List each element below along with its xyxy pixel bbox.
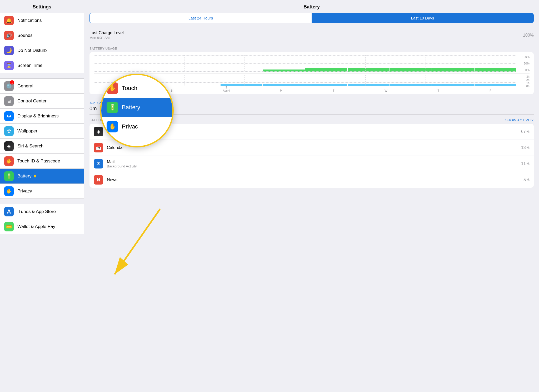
sidebar-item-label: Siri & Search bbox=[17, 143, 43, 149]
sidebar-item-touch-id-passcode[interactable]: ✋ Touch ID & Passcode bbox=[0, 154, 84, 169]
green-bar bbox=[305, 68, 347, 72]
blue-bar bbox=[305, 84, 347, 86]
mag-privacy-icon: ✋ bbox=[107, 121, 118, 132]
sidebar-separator-1 bbox=[0, 73, 84, 78]
charge-level-time: Mon 9:31 AM bbox=[89, 36, 124, 40]
sidebar-item-label: Wallet & Apple Pay bbox=[17, 224, 55, 229]
main-panel: Battery Last 24 Hours Last 10 Days Last … bbox=[84, 0, 539, 392]
green-bar bbox=[432, 68, 474, 72]
sidebar-item-control-center[interactable]: ⊞ Control Center bbox=[0, 94, 84, 109]
magnifier-content: ✋ Touch 🔋 Battery ✋ Privac bbox=[101, 75, 172, 146]
show-activity-button[interactable]: SHOW ACTIVITY bbox=[505, 118, 534, 122]
sidebar-item-display-brightness[interactable]: AA Display & Brightness bbox=[0, 109, 84, 124]
sidebar-item-label: Screen Time bbox=[17, 63, 42, 68]
siri-app-icon: ◈ bbox=[94, 127, 103, 136]
news-app-pct: 5% bbox=[523, 177, 530, 182]
seg-last-10-days[interactable]: Last 10 Days bbox=[312, 13, 533, 23]
mag-battery-icon: 🔋 bbox=[107, 102, 118, 113]
y-labels-top: 100% 50% 0% bbox=[517, 55, 530, 72]
mail-app-info: Mail Background Activity bbox=[107, 160, 521, 168]
mail-app-icon: ✉ bbox=[94, 159, 103, 168]
news-app-name: News bbox=[107, 177, 523, 182]
sidebar-item-sounds[interactable]: 🔊 Sounds bbox=[0, 28, 84, 43]
chart-separator bbox=[94, 73, 530, 73]
y-label: 0% bbox=[525, 68, 530, 72]
blue-bar bbox=[390, 84, 432, 86]
x-label: F bbox=[490, 89, 491, 92]
y-label: 100% bbox=[522, 55, 530, 58]
seg-last-24-hours[interactable]: Last 24 Hours bbox=[90, 13, 312, 23]
sidebar-item-battery[interactable]: 🔋 Battery bbox=[0, 169, 84, 184]
x-label: W bbox=[385, 89, 387, 92]
battery-dot bbox=[34, 175, 36, 177]
calendar-app-name: Calendar bbox=[107, 145, 521, 150]
green-bar bbox=[475, 68, 516, 72]
notifications-icon: 🔔 bbox=[4, 16, 14, 25]
blue-bar bbox=[475, 84, 516, 86]
calendar-app-icon: 📅 bbox=[94, 143, 103, 152]
siri-app-name: Siri bbox=[107, 129, 521, 134]
mail-app-subtitle: Background Activity bbox=[107, 164, 521, 168]
app-row-news[interactable]: N News 5% bbox=[89, 172, 534, 188]
time-range-segmented-control[interactable]: Last 24 Hours Last 10 Days bbox=[89, 13, 534, 23]
mail-app-name: Mail bbox=[107, 160, 521, 164]
sidebar-item-label: Battery bbox=[17, 173, 32, 179]
sidebar-item-do-not-disturb[interactable]: 🌙 Do Not Disturb bbox=[0, 43, 84, 58]
magnifier-overlay: ✋ Touch 🔋 Battery ✋ Privac bbox=[100, 74, 174, 147]
do-not-disturb-icon: 🌙 bbox=[4, 46, 14, 55]
sidebar-item-label: General bbox=[17, 83, 33, 89]
calendar-app-info: Calendar bbox=[107, 145, 521, 150]
touch-id-icon: ✋ bbox=[4, 156, 14, 166]
x-label: S bbox=[171, 89, 173, 92]
green-bars-area bbox=[94, 55, 516, 72]
sidebar-title: Settings bbox=[0, 0, 84, 13]
y-label: 50% bbox=[524, 62, 530, 65]
main-title: Battery bbox=[84, 0, 539, 13]
app-store-icon: A bbox=[4, 207, 14, 216]
battery-usage-label: BATTERY USAGE bbox=[89, 47, 534, 51]
app-row-calendar[interactable]: 📅 Calendar 13% bbox=[89, 140, 534, 156]
charge-level-pct: 100% bbox=[523, 33, 534, 38]
app-row-mail[interactable]: ✉ Mail Background Activity 11% bbox=[89, 156, 534, 172]
battery-icon: 🔋 bbox=[4, 171, 14, 181]
sidebar-item-label: Wallpaper bbox=[17, 128, 37, 134]
x-label: SAug 4 bbox=[223, 86, 230, 92]
sidebar-item-siri-search[interactable]: ◈ Siri & Search bbox=[0, 139, 84, 154]
calendar-app-pct: 13% bbox=[521, 145, 530, 150]
charge-level-title: Last Charge Level bbox=[89, 31, 124, 35]
sidebar-item-label: Privacy bbox=[17, 188, 32, 194]
sidebar-item-wallpaper[interactable]: ✿ Wallpaper bbox=[0, 124, 84, 139]
mag-item-privacy: ✋ Privac bbox=[101, 117, 172, 136]
y-label: 0h bbox=[526, 85, 530, 88]
sidebar-item-general[interactable]: ⚙️ General 1 bbox=[0, 78, 84, 94]
x-label: T bbox=[333, 89, 335, 92]
green-bar bbox=[390, 68, 432, 72]
news-app-icon: N bbox=[94, 175, 103, 185]
x-label: T bbox=[437, 89, 439, 92]
sidebar-item-screen-time[interactable]: ⌛ Screen Time bbox=[0, 58, 84, 73]
sidebar-group-3: A iTunes & App Store 💳 Wallet & Apple Pa… bbox=[0, 204, 84, 234]
mag-battery-label: Battery bbox=[122, 104, 140, 111]
sidebar-group-2: ⚙️ General 1 ⊞ Control Center AA Display… bbox=[0, 78, 84, 199]
y-labels-bottom: 3h 2h 1h 0h bbox=[517, 75, 530, 86]
control-center-icon: ⊞ bbox=[4, 96, 14, 106]
sidebar-item-notifications[interactable]: 🔔 Notifications bbox=[0, 13, 84, 28]
blue-bar bbox=[348, 84, 390, 86]
green-bar bbox=[263, 70, 305, 72]
mag-privacy-label: Privac bbox=[122, 123, 138, 130]
siri-app-pct: 67% bbox=[521, 129, 530, 134]
mag-item-battery: 🔋 Battery bbox=[101, 98, 172, 117]
sounds-icon: 🔊 bbox=[4, 31, 14, 40]
news-app-info: News bbox=[107, 177, 523, 182]
sidebar-item-itunes-app-store[interactable]: A iTunes & App Store bbox=[0, 204, 84, 219]
wallpaper-icon: ✿ bbox=[4, 126, 14, 136]
wallet-icon: 💳 bbox=[4, 222, 14, 231]
sidebar-item-wallet-apple-pay[interactable]: 💳 Wallet & Apple Pay bbox=[0, 219, 84, 234]
sidebar-group-1: 🔔 Notifications 🔊 Sounds 🌙 Do Not Distur… bbox=[0, 13, 84, 73]
x-label: M bbox=[280, 89, 282, 92]
mag-touch-label: Touch bbox=[122, 85, 137, 92]
last-charge-level-row: Last Charge Level Mon 9:31 AM 100% bbox=[89, 28, 534, 43]
sidebar-item-label: iTunes & App Store bbox=[17, 209, 56, 214]
sidebar-item-privacy[interactable]: ✋ Privacy bbox=[0, 184, 84, 199]
sidebar-item-label: Sounds bbox=[17, 33, 33, 38]
